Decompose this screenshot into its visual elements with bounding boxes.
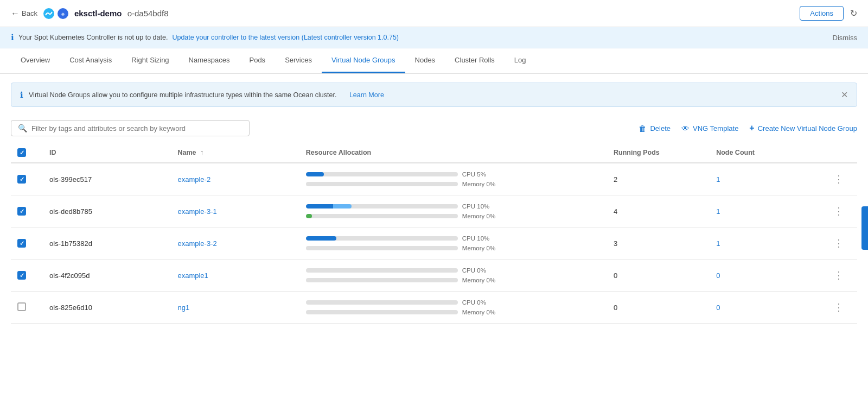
header-running-pods: Running Pods [607, 143, 710, 163]
topbar-left: ← Back ⎈ eksctl-demo o-da54bdf8 [11, 8, 169, 20]
sort-asc-icon: ↑ [200, 149, 203, 156]
row-id: ols-4f2c095d [43, 260, 171, 292]
row-context-menu-icon[interactable]: ⋮ [832, 172, 846, 187]
row-running-pods: 0 [607, 292, 710, 324]
vng-template-button[interactable]: 👁 VNG Template [681, 124, 738, 133]
row-node-count-link[interactable]: 1 [716, 239, 720, 248]
topbar-right: Actions ↻ [800, 6, 857, 21]
row-menu-cell: ⋮ [825, 228, 857, 260]
row-menu-cell: ⋮ [825, 292, 857, 324]
row-menu-cell: ⋮ [825, 163, 857, 195]
row-id: ols-1b75382d [43, 228, 171, 260]
header-menu-col [825, 143, 857, 163]
learn-more-link[interactable]: Learn More [349, 91, 384, 99]
search-icon: 🔍 [18, 124, 27, 132]
row-resource: CPU 5% Memory 0% [299, 163, 607, 195]
row-menu-cell: ⋮ [825, 195, 857, 228]
select-all-checkbox[interactable]: ✓ [17, 148, 26, 157]
row-name-link[interactable]: example-3-2 [177, 239, 216, 248]
tab-virtual-node-groups[interactable]: Virtual Node Groups [322, 48, 405, 73]
info-banner-left: ℹ Virtual Node Groups allow you to confi… [20, 90, 384, 100]
row-checkbox[interactable]: ✓ [17, 175, 26, 184]
row-checkbox[interactable]: ✓ [17, 207, 26, 216]
row-name: example-3-2 [171, 228, 299, 260]
row-node-count: 1 [710, 163, 825, 195]
row-checkbox-cell: ✓ [11, 228, 43, 260]
row-resource: CPU 10% Memory 0% [299, 195, 607, 228]
table-row: ✓ ols-ded8b785 example-3-1 CPU 10% Memor… [11, 195, 857, 228]
back-arrow-icon: ← [11, 9, 20, 18]
row-running-pods: 3 [607, 228, 710, 260]
row-resource: CPU 10% Memory 0% [299, 228, 607, 260]
table-row: ols-825e6d10 ng1 CPU 0% Memory 0% 0 0 ⋮ [11, 292, 857, 324]
row-checkbox-cell: ✓ [11, 260, 43, 292]
tab-cost-analysis[interactable]: Cost Analysis [60, 48, 122, 73]
row-name: example1 [171, 260, 299, 292]
cluster-icons: ⎈ [43, 8, 69, 20]
row-checkbox[interactable] [17, 302, 26, 311]
vng-table: ✓ ID Name ↑ Resource Allocation Running … [11, 143, 857, 324]
refresh-icon[interactable]: ↻ [850, 8, 857, 18]
tab-namespaces[interactable]: Namespaces [179, 48, 240, 73]
row-context-menu-icon[interactable]: ⋮ [832, 236, 846, 251]
row-node-count-link[interactable]: 0 [716, 271, 720, 280]
row-checkbox[interactable]: ✓ [17, 239, 26, 248]
tab-right-sizing[interactable]: Right Sizing [122, 48, 178, 73]
tab-overview[interactable]: Overview [11, 48, 60, 73]
row-name: example-2 [171, 163, 299, 195]
back-button[interactable]: ← Back [11, 9, 37, 18]
row-name-link[interactable]: ng1 [177, 304, 189, 312]
info-banner-close-button[interactable]: ✕ [841, 90, 848, 100]
dismiss-button[interactable]: Dismiss [833, 34, 858, 42]
row-name-link[interactable]: example-3-1 [177, 207, 216, 216]
row-running-pods: 4 [607, 195, 710, 228]
notice-text: Your Spot Kubernetes Controller is not u… [18, 34, 168, 41]
info-banner: ℹ Virtual Node Groups allow you to confi… [11, 83, 857, 107]
row-checkbox-cell [11, 292, 43, 324]
row-node-count-link[interactable]: 1 [716, 175, 720, 184]
info-circle-icon: ℹ [20, 90, 23, 100]
search-input[interactable] [31, 124, 242, 132]
memory-label: Memory 0% [462, 309, 500, 315]
row-name-link[interactable]: example-2 [177, 175, 210, 184]
create-vng-button[interactable]: + Create New Virtual Node Group [749, 123, 857, 133]
table-row: ✓ ols-1b75382d example-3-2 CPU 10% Memor… [11, 228, 857, 260]
info-banner-text: Virtual Node Groups allow you to configu… [29, 91, 336, 99]
tab-pods[interactable]: Pods [239, 48, 275, 73]
row-context-menu-icon[interactable]: ⋮ [832, 268, 846, 283]
tab-services[interactable]: Services [275, 48, 322, 73]
tab-cluster-rolls[interactable]: Cluster Rolls [445, 48, 505, 73]
row-running-pods: 0 [607, 260, 710, 292]
row-checkbox-cell: ✓ [11, 195, 43, 228]
tab-log[interactable]: Log [505, 48, 536, 73]
cpu-label: CPU 0% [462, 299, 500, 306]
row-node-count-link[interactable]: 0 [716, 304, 720, 312]
table-header: ✓ ID Name ↑ Resource Allocation Running … [11, 143, 857, 163]
toolbar: 🔍 🗑 Delete 👁 VNG Template + Create New V… [0, 116, 868, 143]
row-context-menu-icon[interactable]: ⋮ [832, 204, 846, 219]
notice-banner: ℹ Your Spot Kubernetes Controller is not… [0, 27, 868, 48]
row-context-menu-icon[interactable]: ⋮ [832, 300, 846, 315]
toolbar-actions: 🗑 Delete 👁 VNG Template + Create New Vir… [639, 123, 857, 133]
row-node-count-link[interactable]: 1 [716, 207, 720, 216]
template-icon: 👁 [681, 124, 690, 133]
back-label: Back [22, 9, 37, 17]
delete-button[interactable]: 🗑 Delete [639, 124, 671, 133]
row-name-link[interactable]: example1 [177, 271, 208, 280]
row-node-count: 0 [710, 260, 825, 292]
row-checkbox[interactable]: ✓ [17, 271, 26, 280]
tab-nodes[interactable]: Nodes [405, 48, 445, 73]
search-box[interactable]: 🔍 [11, 120, 250, 136]
side-panel-hint[interactable] [861, 206, 868, 250]
actions-button[interactable]: Actions [800, 6, 844, 21]
row-resource: CPU 0% Memory 0% [299, 292, 607, 324]
header-name[interactable]: Name ↑ [171, 143, 299, 163]
row-checkbox-cell: ✓ [11, 163, 43, 195]
row-id: ols-399ec517 [43, 163, 171, 195]
memory-label: Memory 0% [462, 181, 500, 187]
svg-text:⎈: ⎈ [61, 11, 65, 17]
topbar: ← Back ⎈ eksctl-demo o-da54bdf8 Actions … [0, 0, 868, 27]
cpu-label: CPU 0% [462, 267, 500, 274]
ocean-icon [43, 8, 55, 20]
notice-link[interactable]: Update your controller to the latest ver… [172, 34, 399, 41]
